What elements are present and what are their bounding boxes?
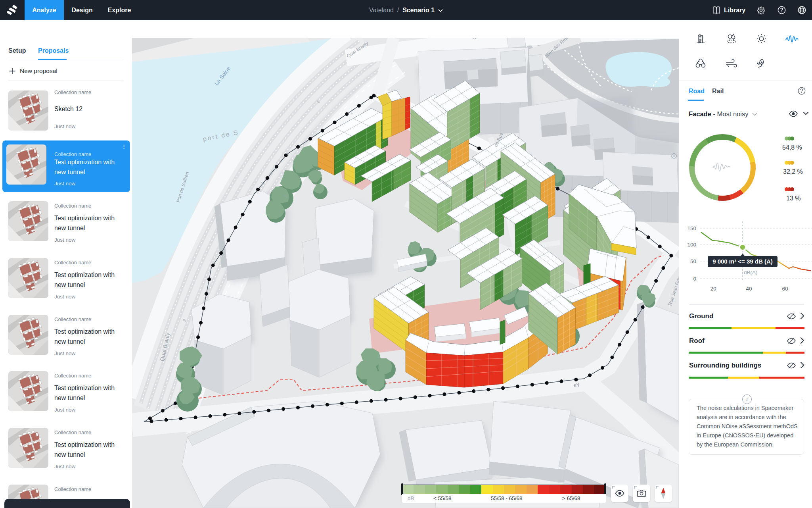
svg-text:dB(A): dB(A) <box>744 269 758 275</box>
svg-text:50: 50 <box>690 258 696 264</box>
svg-text:9 000 m² <= 39 dB (A): 9 000 m² <= 39 dB (A) <box>712 258 773 265</box>
svg-text:60: 60 <box>782 286 788 292</box>
svg-text:40: 40 <box>746 286 752 292</box>
svg-text:0: 0 <box>693 276 696 282</box>
svg-text:100: 100 <box>687 242 696 248</box>
svg-text:150: 150 <box>687 225 696 231</box>
svg-text:20: 20 <box>710 286 716 292</box>
